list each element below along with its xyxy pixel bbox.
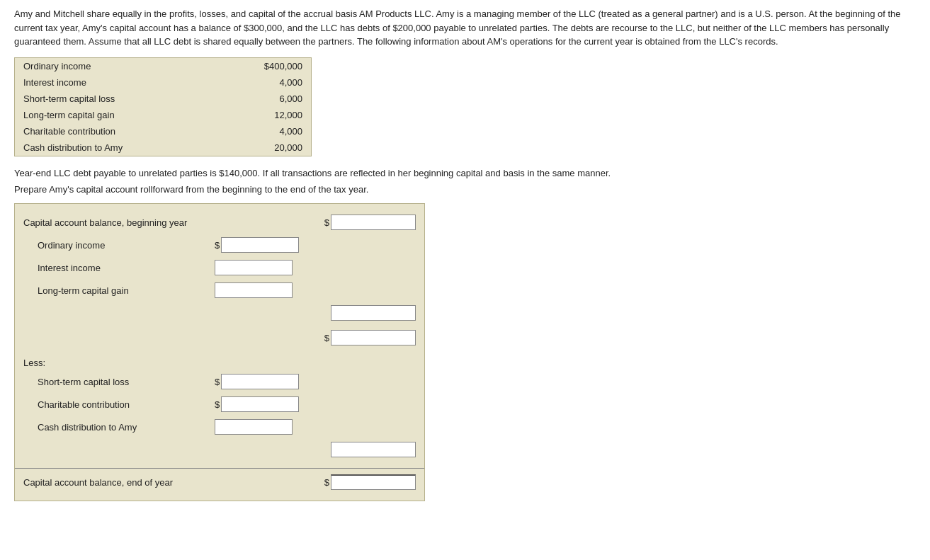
ordinary-income-label: Ordinary income xyxy=(23,61,91,72)
table-row-cash-dist: Cash distribution to Amy 20,000 xyxy=(15,139,311,156)
intro-paragraph: Amy and Mitchell share equally in the pr… xyxy=(14,7,916,49)
ordinary-income-row: Ordinary income $ xyxy=(15,234,424,256)
long-term-cg-label: Long-term capital gain xyxy=(23,110,115,120)
additions-total-row: $ xyxy=(15,328,424,349)
end-balance-input[interactable] xyxy=(331,474,416,490)
interest-income-value: 4,000 xyxy=(279,77,302,88)
less-label-row: Less: xyxy=(15,353,424,370)
charitable-input[interactable] xyxy=(221,396,299,412)
charitable-label: Charitable contribution xyxy=(23,126,115,137)
table-row-interest: Interest income 4,000 xyxy=(15,74,311,91)
long-term-cg-value: 12,000 xyxy=(274,110,302,120)
ltcg-input[interactable] xyxy=(215,282,293,298)
capital-balance-input[interactable] xyxy=(331,215,416,230)
charitable-left-group: $ xyxy=(215,396,299,412)
form-table: Capital account balance, beginning year … xyxy=(14,203,425,501)
table-row-ltcg: Long-term capital gain 12,000 xyxy=(15,107,311,123)
table-row-charitable: Charitable contribution 4,000 xyxy=(15,123,311,139)
additions-total-input[interactable] xyxy=(331,330,416,345)
cash-dist-label: Cash distribution to Amy xyxy=(23,142,123,153)
capital-balance-row: Capital account balance, beginning year … xyxy=(15,211,424,234)
interest-income-row: Interest income xyxy=(15,256,424,279)
capital-balance-dollar: $ xyxy=(324,217,329,228)
additions-dollar: $ xyxy=(324,333,329,343)
capital-balance-label: Capital account balance, beginning year xyxy=(23,217,208,228)
cash-dist-form-label: Cash distribution to Amy xyxy=(23,422,208,433)
ordinary-income-value: $400,000 xyxy=(264,61,302,72)
end-balance-dollar: $ xyxy=(324,477,329,488)
table-row-ordinary: Ordinary income $400,000 xyxy=(15,58,311,74)
end-balance-row: Capital account balance, end of year $ xyxy=(15,468,424,493)
ordinary-income-dollar: $ xyxy=(215,240,220,251)
capital-balance-input-group: $ xyxy=(324,215,416,230)
subtotal-additions-top-input[interactable] xyxy=(331,305,416,321)
data-table: Ordinary income $400,000 Interest income… xyxy=(14,57,312,156)
end-balance-input-group: $ xyxy=(324,474,416,490)
ltcg-row: Long-term capital gain xyxy=(15,279,424,302)
ltcg-form-label: Long-term capital gain xyxy=(23,285,208,296)
ltcg-left-group xyxy=(215,282,293,298)
cash-dist-value: 20,000 xyxy=(274,142,302,153)
cash-dist-input[interactable] xyxy=(215,419,293,435)
stcl-dollar: $ xyxy=(215,377,220,387)
charitable-form-row: Charitable contribution $ xyxy=(15,393,424,416)
stcl-left-group: $ xyxy=(215,374,299,389)
interest-income-input[interactable] xyxy=(215,260,293,275)
short-term-cl-value: 6,000 xyxy=(279,93,302,104)
short-term-cl-label: Short-term capital loss xyxy=(23,93,115,104)
table-row-stcl: Short-term capital loss 6,000 xyxy=(15,91,311,107)
interest-income-left-group xyxy=(215,260,293,275)
cash-dist-left-group xyxy=(215,419,293,435)
question-text-1: Year-end LLC debt payable to unrelated p… xyxy=(14,166,916,181)
ordinary-income-form-label: Ordinary income xyxy=(23,240,208,251)
stcl-row: Short-term capital loss $ xyxy=(15,370,424,393)
subtotal-additions-row xyxy=(15,302,424,328)
charitable-form-label: Charitable contribution xyxy=(23,399,208,410)
ordinary-income-left-group: $ xyxy=(215,237,299,253)
interest-income-form-label: Interest income xyxy=(23,263,208,273)
subtotal-reductions-input[interactable] xyxy=(331,442,416,457)
subtotal-reductions-row xyxy=(15,438,424,461)
charitable-value: 4,000 xyxy=(279,126,302,137)
question-text-2: Prepare Amy's capital account rollforwar… xyxy=(14,184,916,195)
cash-dist-form-row: Cash distribution to Amy xyxy=(15,416,424,438)
ordinary-income-input[interactable] xyxy=(221,237,299,253)
stcl-input[interactable] xyxy=(221,374,299,389)
end-balance-label: Capital account balance, end of year xyxy=(23,477,208,488)
stcl-form-label: Short-term capital loss xyxy=(23,377,208,387)
interest-income-label: Interest income xyxy=(23,77,86,88)
charitable-dollar: $ xyxy=(215,399,220,410)
